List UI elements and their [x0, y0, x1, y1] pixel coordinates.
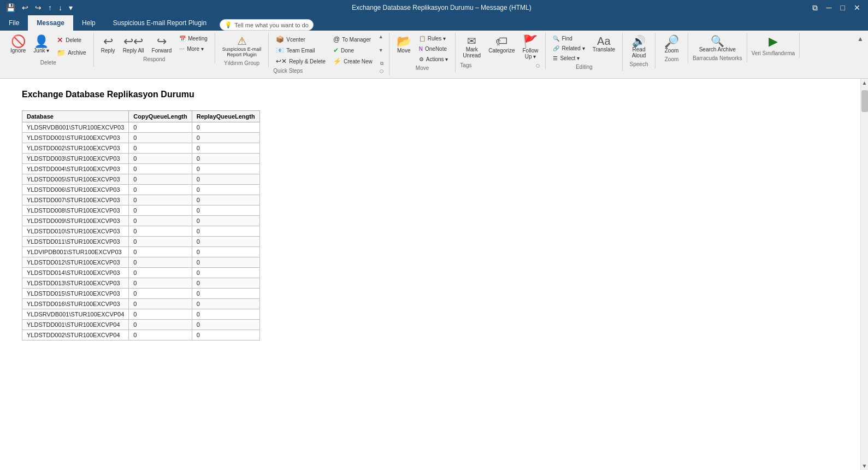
ribbon-collapse-icon[interactable]: ▲ — [856, 35, 865, 43]
tab-file[interactable]: File — [0, 15, 28, 31]
quicksteps-dialog-launcher-icon[interactable]: ⬡ — [379, 69, 385, 74]
select-icon: ☰ — [553, 55, 558, 61]
suspicious-report-button[interactable]: ⚠ Suspicious E-mailReport Plugin — [220, 34, 264, 59]
team-email-label: Team Email — [286, 48, 315, 54]
table-row: YLDSTDD016\STUR100EXCVP0300 — [22, 299, 260, 309]
vertical-scrollbar[interactable]: ▲ ▼ — [860, 79, 868, 470]
reply-all-button[interactable]: ↩↩ Reply All — [120, 34, 147, 55]
replication-table: Database CopyQueueLength ReplayQueueLeng… — [22, 110, 260, 340]
maximize-button[interactable]: □ — [837, 2, 848, 13]
tags-dialog-launcher-icon[interactable]: ⬡ — [535, 63, 541, 68]
junk-label: Junk ▾ — [33, 48, 49, 54]
cell-database: YLDSTDD005\STUR100EXCVP03 — [22, 174, 129, 185]
undo-icon[interactable]: ↩ — [20, 2, 30, 13]
window-controls: ⧉ ─ □ ✕ — [809, 2, 864, 14]
title-bar-left: 💾 ↩ ↪ ↑ ↓ ▾ — [4, 2, 74, 13]
team-email-icon: 📧 — [276, 46, 284, 54]
categorize-button[interactable]: 🏷 Categorize — [486, 34, 517, 55]
onenote-button[interactable]: N OneNote — [416, 44, 451, 54]
actions-button[interactable]: ⚙ Actions ▾ — [416, 55, 451, 64]
related-label: Related ▾ — [562, 45, 584, 51]
done-button[interactable]: ✔ Done — [330, 45, 375, 56]
cell-replayqueue: 0 — [192, 278, 259, 289]
archive-label: Archive — [68, 50, 86, 56]
ignore-button[interactable]: 🚫 Ignore — [8, 34, 28, 55]
cell-replayqueue: 0 — [192, 133, 259, 143]
close-button[interactable]: ✕ — [851, 2, 864, 13]
email-title: Exchange Database Replikasyon Durumu — [22, 90, 839, 99]
table-row: YLDSTDD011\STUR100EXCVP0300 — [22, 237, 260, 247]
archive-button[interactable]: 📁 Archive — [54, 47, 88, 58]
delete-button[interactable]: ✕ Delete — [54, 34, 88, 46]
suspicious-icon: ⚠ — [237, 36, 247, 46]
minimize-button[interactable]: ─ — [823, 2, 835, 13]
to-manager-button[interactable]: @ To Manager — [330, 34, 375, 45]
rules-label: Rules ▾ — [428, 36, 446, 42]
tab-help[interactable]: Help — [73, 15, 104, 31]
ribbon-group-yildirim-content: ⚠ Suspicious E-mailReport Plugin — [220, 34, 264, 59]
ribbon-group-quicksteps: 📦 Vcenter 📧 Team Email ↩✕ Reply & Delete… — [269, 33, 389, 75]
tell-me-text[interactable]: Tell me what you want to do — [234, 22, 309, 28]
cell-copyqueue: 0 — [129, 289, 192, 299]
scroll-down-arrow[interactable]: ▼ — [861, 462, 868, 470]
table-row: YLDSTDD009\STUR100EXCVP0300 — [22, 216, 260, 226]
cell-copyqueue: 0 — [129, 237, 192, 247]
down-icon[interactable]: ↓ — [57, 2, 64, 13]
cell-replayqueue: 0 — [192, 195, 259, 205]
tab-message[interactable]: Message — [28, 15, 73, 31]
select-button[interactable]: ☰ Select ▾ — [550, 54, 587, 63]
redo-icon[interactable]: ↪ — [33, 2, 43, 13]
veri-button[interactable]: ▶ — [765, 34, 781, 49]
find-button[interactable]: 🔍 Find — [550, 34, 587, 43]
vcenter-button[interactable]: 📦 Vcenter — [273, 34, 328, 45]
quicksteps-scroll-up-icon[interactable]: ▲ — [377, 34, 385, 39]
reply-delete-button[interactable]: ↩✕ Reply & Delete — [273, 56, 328, 67]
reply-button[interactable]: ↩ Reply — [98, 34, 118, 55]
junk-button[interactable]: 👤 Junk ▾ — [31, 34, 52, 55]
col-header-database: Database — [22, 111, 129, 122]
up-icon[interactable]: ↑ — [46, 2, 54, 13]
restore-down-button[interactable]: ⧉ — [809, 2, 821, 14]
more-respond-label: More ▾ — [187, 46, 204, 52]
quicksteps-expand-icon[interactable]: ⧉ — [379, 61, 385, 67]
read-aloud-icon: 🔊 — [632, 36, 646, 46]
ribbon-group-respond: ↩ Reply ↩↩ Reply All ↪ Forward 📅 Meeting… — [94, 33, 215, 63]
quicksteps-group-label: Quick Steps — [273, 68, 303, 74]
translate-button[interactable]: Aa Translate — [590, 34, 618, 54]
table-row: YLDSTDD006\STUR100EXCVP0300 — [22, 185, 260, 195]
scroll-thumb[interactable] — [861, 90, 868, 112]
table-row: YLDVIPDB001\STUR100EXCVP0300 — [22, 247, 260, 257]
rules-button[interactable]: 📋 Rules ▾ — [416, 34, 451, 43]
mark-unread-button[interactable]: ✉ MarkUnread — [460, 34, 483, 60]
cell-database: YLDSTDD002\STUR100EXCVP03 — [22, 143, 129, 154]
move-button[interactable]: 📂 Move — [394, 34, 414, 55]
cell-copyqueue: 0 — [129, 154, 192, 164]
tab-suspicious[interactable]: Suspicious E-mail Report Plugin — [104, 15, 215, 31]
zoom-button[interactable]: 🔎 Zoom — [662, 34, 682, 55]
cell-copyqueue: 0 — [129, 268, 192, 278]
email-body: Exchange Database Replikasyon Durumu Dat… — [0, 79, 860, 470]
cell-copyqueue: 0 — [129, 164, 192, 174]
scroll-up-arrow[interactable]: ▲ — [861, 79, 868, 87]
read-aloud-button[interactable]: 🔊 ReadAloud — [629, 34, 649, 60]
mark-unread-icon: ✉ — [467, 36, 476, 46]
save-icon[interactable]: 💾 — [4, 2, 17, 13]
table-row: YLDSTDD001\STUR100EXCVP0300 — [22, 133, 260, 143]
quicksteps-scroll-down-icon[interactable]: ▼ — [377, 48, 385, 53]
meeting-label: Meeting — [188, 36, 208, 42]
table-row: YLDSTDD015\STUR100EXCVP0300 — [22, 289, 260, 299]
cell-replayqueue: 0 — [192, 174, 259, 185]
more-quick-access-icon[interactable]: ▾ — [67, 2, 74, 13]
follow-up-button[interactable]: 🚩 FollowUp ▾ — [520, 34, 541, 61]
related-button[interactable]: 🔗 Related ▾ — [550, 44, 587, 53]
tell-me-box[interactable]: 💡 Tell me what you want to do — [220, 19, 314, 31]
forward-button[interactable]: ↪ Forward — [149, 34, 175, 55]
search-archive-button[interactable]: 🔍 Search Archive — [696, 34, 739, 54]
title-bar: 💾 ↩ ↪ ↑ ↓ ▾ Exchange Database Replikasyo… — [0, 0, 868, 15]
more-respond-button[interactable]: ⋯ More ▾ — [176, 44, 210, 54]
meeting-button[interactable]: 📅 Meeting — [176, 34, 210, 43]
team-email-button[interactable]: 📧 Team Email — [273, 45, 328, 56]
create-new-label: Create New — [344, 58, 373, 64]
create-new-button[interactable]: ⚡ Create New — [330, 56, 375, 67]
cell-copyqueue: 0 — [129, 226, 192, 237]
